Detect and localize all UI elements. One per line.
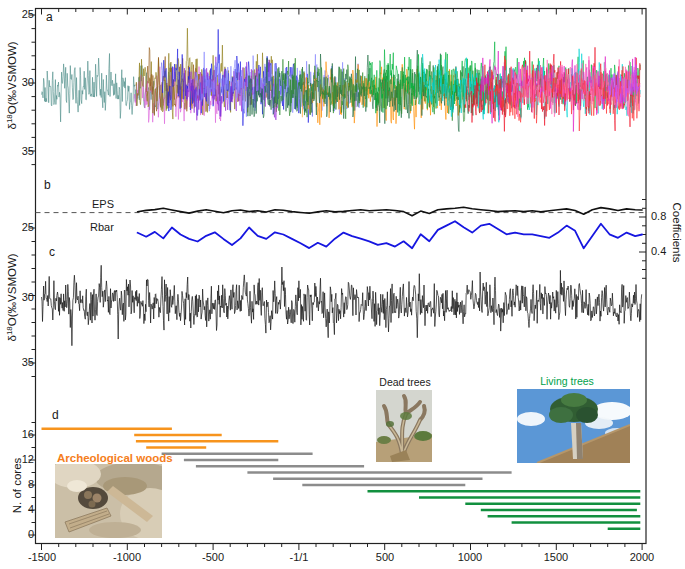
delta-sup: 18 — [5, 326, 14, 335]
y-axis-title-d: N. of cores — [10, 446, 25, 526]
archeo-photo-art — [55, 464, 162, 538]
living-trees-photo — [517, 389, 630, 463]
y-axis-title-a: δ18O(‰VSMOW) — [2, 30, 21, 140]
y-tick-label-d: 16 — [8, 428, 34, 441]
delta-symbol: δ — [6, 335, 18, 341]
panel-d-label: d — [52, 409, 59, 422]
panel-c-label: c — [49, 246, 55, 259]
y-tick-label-a: 25 — [8, 8, 34, 21]
rbar-label: Rbar — [90, 221, 114, 233]
eps-label: EPS — [92, 198, 114, 210]
delta-rest: O(‰VSMOW) — [6, 41, 18, 114]
x-tick-label: -500 — [189, 551, 237, 564]
living-trees-caption: Living trees — [532, 375, 602, 387]
x-tick-label: 2000 — [618, 551, 666, 564]
x-tick-label: -1000 — [103, 551, 151, 564]
y-axis-title-right: Coefficients — [669, 188, 684, 278]
panel-b-label: b — [44, 179, 51, 192]
living-photo-art — [517, 389, 630, 463]
y-tick-label-c: 25 — [8, 221, 34, 234]
dead-trees-photo — [376, 390, 432, 462]
x-tick-label: -1500 — [18, 551, 66, 564]
x-tick-label: -1/1 — [275, 551, 323, 564]
y-tick-label-d: 0 — [8, 528, 34, 541]
y-tick-label-c: 35 — [8, 356, 34, 369]
figure: a b c d EPS Rbar -1500 -1000 -500 -1/1 5… — [0, 0, 685, 569]
dead-trees-caption: Dead trees — [370, 376, 440, 388]
dead-photo-art — [376, 390, 432, 462]
x-tick-label: 1000 — [446, 551, 494, 564]
x-tick-label: 500 — [361, 551, 409, 564]
x-tick-label: 1500 — [532, 551, 580, 564]
delta-symbol: δ — [6, 123, 18, 129]
delta-sup: 18 — [5, 114, 14, 123]
archeological-woods-photo — [55, 464, 162, 538]
archeological-woods-caption: Archeological woods — [57, 452, 173, 464]
delta-rest: O(‰VSMOW) — [6, 253, 18, 326]
panel-a-label: a — [46, 11, 53, 24]
y-tick-label-a: 35 — [8, 145, 34, 158]
y-axis-title-c: δ18O(‰VSMOW) — [2, 242, 21, 352]
